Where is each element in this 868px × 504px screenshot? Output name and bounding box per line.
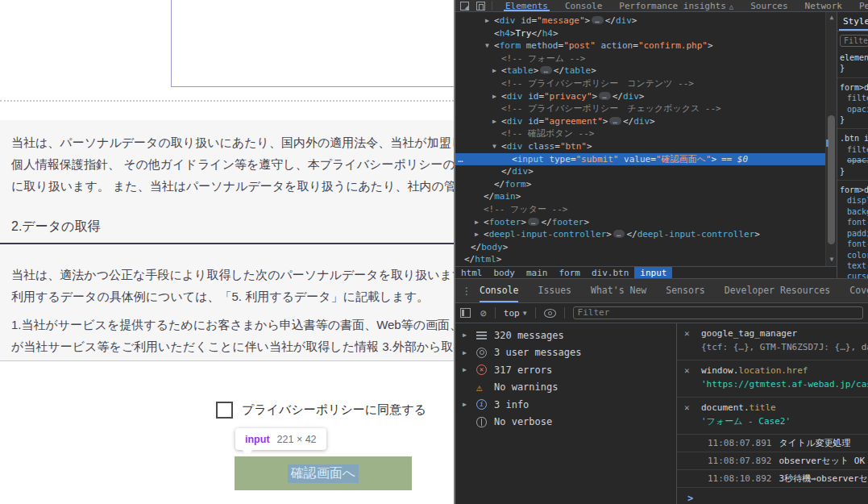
- expand-arrow-icon[interactable]: ▼: [485, 40, 489, 52]
- tree-row[interactable]: </html>: [455, 253, 825, 266]
- execution-context-selector[interactable]: top: [504, 308, 520, 319]
- collapse-arrow-icon[interactable]: ▶: [492, 115, 496, 128]
- css-property[interactable]: text-align: [840, 260, 868, 271]
- css-property[interactable]: opacity:: [840, 155, 868, 165]
- create-live-expression-icon[interactable]: [544, 309, 556, 318]
- breadcrumb-main[interactable]: main: [521, 267, 554, 279]
- console-filter-3-user-messages[interactable]: ▶3 user messages: [455, 344, 676, 362]
- tree-row[interactable]: ▼<div class="btn">: [455, 140, 825, 153]
- css-property[interactable]: filter:: [840, 93, 868, 103]
- breadcrumb-input[interactable]: input: [634, 267, 672, 279]
- drawer-tab-developer-resources[interactable]: Developer Resources: [725, 279, 831, 302]
- scrollbar-thumb[interactable]: [828, 115, 835, 244]
- inspect-element-icon[interactable]: [460, 2, 469, 10]
- console-filter-3-info[interactable]: ▶i3 info: [455, 396, 676, 414]
- collapse-arrow-icon[interactable]: ▶: [492, 65, 496, 77]
- tree-row[interactable]: </body>: [455, 241, 825, 254]
- drawer-tab-issues[interactable]: Issues: [538, 279, 571, 302]
- expand-arrow-icon[interactable]: ▼: [492, 140, 496, 153]
- collapse-arrow-icon[interactable]: ▶: [475, 216, 479, 229]
- tree-row[interactable]: <h4>Try</h4>: [455, 27, 825, 40]
- sidebar-item-label: No warnings: [494, 381, 558, 393]
- css-property[interactable]: filter:: [840, 144, 868, 155]
- device-toolbar-icon[interactable]: [476, 2, 485, 10]
- more-tools-kebab-icon[interactable]: ⋮: [455, 285, 480, 297]
- clear-console-icon[interactable]: ⊘: [480, 308, 487, 319]
- collapsed-content-icon[interactable]: …: [540, 66, 551, 74]
- collapse-arrow-icon[interactable]: ▶: [463, 366, 467, 373]
- collapse-arrow-icon[interactable]: ▶: [463, 401, 467, 408]
- css-property[interactable]: font-size: [840, 217, 868, 227]
- css-selector[interactable]: .btn input:hover: [840, 133, 868, 144]
- tree-row[interactable]: ▶<div id="message">…</div>: [455, 15, 825, 27]
- tree-row[interactable]: <!-- フォーム -->: [455, 52, 825, 65]
- tab-elements[interactable]: Elements: [505, 0, 548, 11]
- collapsed-content-icon[interactable]: …: [599, 92, 610, 100]
- tree-row[interactable]: ▶<div id="agreement">…</div>: [455, 115, 825, 128]
- tab-sources[interactable]: Sources: [750, 0, 787, 11]
- css-property[interactable]: background: [840, 206, 868, 217]
- console-filter-input[interactable]: Filter: [573, 306, 863, 319]
- css-property[interactable]: cursor:: [840, 271, 868, 278]
- close-icon[interactable]: ✕: [684, 402, 690, 413]
- tree-row[interactable]: ▶<footer>…</footer>: [455, 216, 825, 229]
- tree-row[interactable]: ▶<div id="privacy">…</div>: [455, 90, 825, 103]
- row-more-icon[interactable]: …: [458, 153, 464, 166]
- tab-styles[interactable]: Styles: [843, 16, 868, 27]
- tree-row[interactable]: <!-- 確認ボタン -->: [455, 127, 825, 140]
- console-filter-320-messages[interactable]: ▶320 messages: [455, 327, 676, 344]
- tree-row[interactable]: <!-- プライバシーポリシー コンテンツ -->: [455, 77, 825, 90]
- breadcrumb-form[interactable]: form: [554, 267, 587, 279]
- privacy-agree-checkbox[interactable]: [216, 402, 233, 419]
- collapse-arrow-icon[interactable]: ▶: [463, 331, 467, 339]
- css-property[interactable]: padding:: [840, 228, 868, 239]
- tree-row[interactable]: ▶<deepl-input-controller>…</deepl-input-…: [455, 228, 825, 241]
- close-icon[interactable]: ✕: [684, 365, 690, 376]
- css-selector[interactable]: element.style {: [840, 52, 868, 63]
- tree-row[interactable]: </form>: [455, 178, 825, 191]
- scroll-down-icon[interactable]: ▼: [826, 256, 837, 263]
- console-filter-no-warnings[interactable]: ⚠No warnings: [455, 379, 676, 397]
- styles-filter-input[interactable]: Filter: [840, 35, 868, 47]
- tab-performance[interactable]: Performance: [859, 0, 868, 11]
- collapse-arrow-icon[interactable]: ▶: [463, 349, 467, 356]
- submit-button-highlighted[interactable]: 確認画面へ: [235, 456, 412, 490]
- console-prompt[interactable]: >: [677, 488, 868, 504]
- tab-performance-insights[interactable]: Performance insights△: [619, 0, 733, 11]
- tree-row-selected[interactable]: …<input type="submit" value="確認画面へ">== $…: [455, 153, 825, 166]
- collapsed-content-icon[interactable]: …: [609, 117, 621, 125]
- console-filter-no-verbose[interactable]: No verbose: [455, 414, 676, 431]
- console-sidebar-toggle-icon[interactable]: [460, 308, 471, 318]
- tree-row[interactable]: ▼<form method="post" action="confirm.php…: [455, 40, 825, 52]
- collapse-arrow-icon[interactable]: ▶: [475, 228, 479, 241]
- tree-row[interactable]: </main>: [455, 190, 825, 203]
- collapsed-content-icon[interactable]: …: [613, 230, 625, 238]
- console-filter-317-errors[interactable]: ▶✕317 errors: [455, 361, 676, 379]
- css-property[interactable]: font-family: [840, 239, 868, 249]
- close-icon[interactable]: ✕: [684, 328, 690, 339]
- collapse-arrow-icon[interactable]: ▶: [485, 15, 489, 27]
- css-selector[interactable]: form>div input {: [840, 185, 868, 195]
- tree-row[interactable]: <!-- フッター -->: [455, 203, 825, 216]
- collapsed-content-icon[interactable]: …: [528, 218, 539, 226]
- tree-row[interactable]: <!-- プライバシーポリシー チェックボックス -->: [455, 102, 825, 115]
- drawer-tab-coverage[interactable]: Coverage: [849, 279, 868, 302]
- collapse-arrow-icon[interactable]: ▶: [492, 90, 496, 103]
- tree-row[interactable]: </div>: [455, 165, 825, 178]
- collapsed-content-icon[interactable]: …: [592, 16, 603, 24]
- scroll-up-icon[interactable]: ▲: [826, 14, 837, 21]
- tab-console[interactable]: Console: [565, 0, 602, 11]
- breadcrumb-div.btn[interactable]: div.btn: [586, 267, 634, 279]
- css-property[interactable]: color:: [840, 250, 868, 260]
- drawer-tab-console[interactable]: Console: [480, 279, 518, 302]
- elements-scrollbar[interactable]: ▲ ▼: [825, 12, 837, 266]
- tab-network[interactable]: Network: [805, 0, 842, 11]
- drawer-tab-what-s-new[interactable]: What's New: [591, 279, 646, 302]
- tree-row[interactable]: ▶<table>…</table>: [455, 65, 825, 77]
- drawer-tab-sensors[interactable]: Sensors: [666, 279, 704, 302]
- breadcrumb-body[interactable]: body: [488, 267, 521, 279]
- css-selector[interactable]: form>div input:h: [840, 82, 868, 93]
- breadcrumb-html[interactable]: html: [455, 267, 488, 279]
- css-property[interactable]: opacity:: [840, 104, 868, 115]
- css-property[interactable]: display:: [840, 195, 868, 206]
